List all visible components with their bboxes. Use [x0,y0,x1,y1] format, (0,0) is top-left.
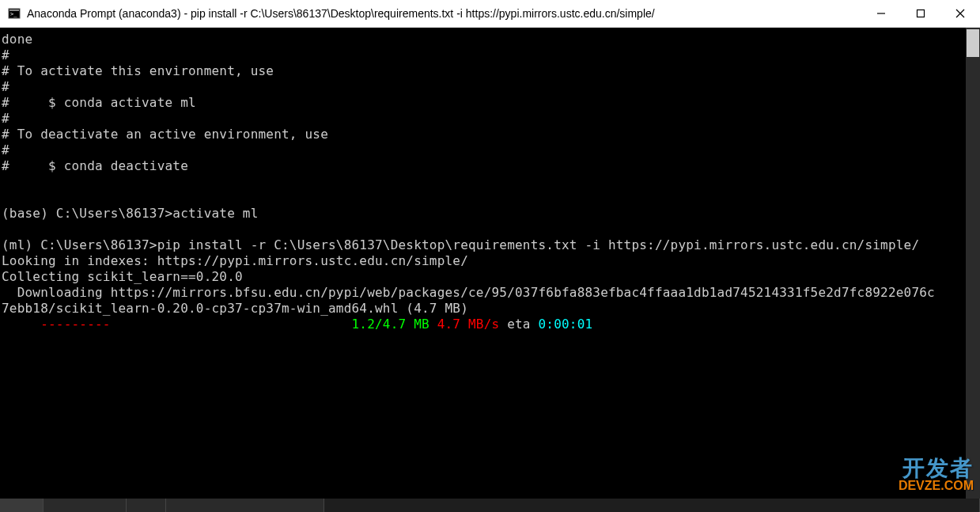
terminal-line: # [2,142,978,158]
titlebar-buttons [861,0,980,27]
terminal-line: # To activate this environment, use [2,63,978,79]
titlebar-left: >_ Anaconda Prompt (anaconda3) - pip ins… [0,7,861,20]
terminal-segment: # [2,142,9,157]
terminal-line: (base) C:\Users\86137>activate ml [2,206,978,222]
terminal-line [2,222,978,237]
terminal-segment [111,317,352,332]
terminal-line [2,190,978,206]
terminal-segment: # [2,47,9,63]
background-taskbar [0,499,980,512]
titlebar: >_ Anaconda Prompt (anaconda3) - pip ins… [0,0,980,28]
terminal-line [2,174,978,190]
terminal-line: (ml) C:\Users\86137>pip install -r C:\Us… [2,237,978,253]
terminal-line: Collecting scikit_learn==0.20.0 [2,269,978,285]
terminal-line: # To deactivate an active environment, u… [2,127,978,142]
scrollbar-thumb[interactable] [967,29,979,57]
terminal-segment: --------- [40,317,111,332]
terminal-line: # [2,47,978,63]
terminal-line: # [2,111,978,127]
terminal-content: done## To activate this environment, use… [0,28,980,336]
terminal-segment: # To activate this environment, use [2,63,274,78]
terminal-segment: # [2,111,9,126]
terminal-segment: # To deactivate an active environment, u… [2,127,328,142]
terminal-line: # $ conda activate ml [2,95,978,111]
terminal-segment: 7ebb18/scikit_learn-0.20.0-cp37-cp37m-wi… [2,301,468,316]
terminal-line: --------- 1.2/4.7 MB 4.7 MB/s eta 0:00:0… [2,317,978,332]
terminal-line: # $ conda deactivate [2,158,978,174]
terminal-segment: Looking in indexes: https://pypi.mirrors… [2,253,468,268]
terminal-segment [429,317,437,332]
terminal-line: # [2,79,978,95]
svg-rect-4 [918,10,925,17]
maximize-button[interactable] [901,0,940,27]
terminal-line: Looking in indexes: https://pypi.mirrors… [2,253,978,269]
terminal-segment: eta [499,317,538,332]
terminal-line: Downloading https://mirrors.bfsu.edu.cn/… [2,285,978,301]
terminal-line: 7ebb18/scikit_learn-0.20.0-cp37-cp37m-wi… [2,301,978,317]
minimize-button[interactable] [861,0,901,27]
terminal-area[interactable]: done## To activate this environment, use… [0,28,980,499]
terminal-segment: 4.7 MB/s [437,317,500,332]
terminal-segment: # $ conda deactivate [2,158,188,173]
terminal-window: >_ Anaconda Prompt (anaconda3) - pip ins… [0,0,980,499]
svg-text:>_: >_ [10,11,17,17]
terminal-segment: 0:00:01 [539,317,593,332]
terminal-segment: Downloading https://mirrors.bfsu.edu.cn/… [2,285,935,300]
terminal-line: done [2,32,978,47]
terminal-segment: (ml) C:\Users\86137>pip install -r C:\Us… [2,237,919,252]
terminal-segment: # [2,79,9,94]
terminal-segment: done [2,32,32,47]
terminal-segment: 1.2/4.7 MB [352,317,429,332]
app-icon: >_ [8,7,21,20]
terminal-segment: # $ conda activate ml [2,95,196,110]
scrollbar-track[interactable] [966,28,980,499]
terminal-segment: (base) C:\Users\86137>activate ml [2,206,258,221]
close-button[interactable] [940,0,980,27]
terminal-segment: Collecting scikit_learn==0.20.0 [2,269,243,284]
terminal-segment [2,317,40,332]
window-title: Anaconda Prompt (anaconda3) - pip instal… [27,7,655,20]
